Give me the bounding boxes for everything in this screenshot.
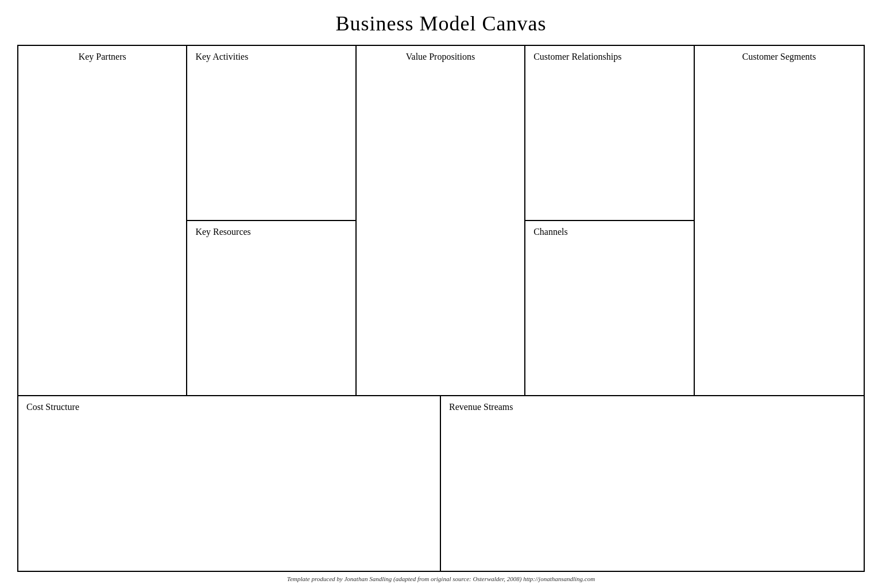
customer-segments-label: Customer Segments xyxy=(703,52,856,62)
key-activities-cell: Key Activities xyxy=(187,46,355,221)
key-resources-cell: Key Resources xyxy=(187,221,355,395)
revenue-streams-cell: Revenue Streams xyxy=(441,396,864,571)
key-activities-label: Key Activities xyxy=(195,52,248,61)
customer-relationships-label: Customer Relationships xyxy=(533,52,621,61)
relationships-channels-column: Customer Relationships Channels xyxy=(525,46,694,395)
footer-text: Template produced by Jonathan Sandling (… xyxy=(287,575,595,582)
key-resources-label: Key Resources xyxy=(195,227,250,237)
channels-label: Channels xyxy=(533,227,568,237)
top-section: Key Partners Key Activities Key Resource… xyxy=(18,46,864,396)
cost-structure-cell: Cost Structure xyxy=(18,396,441,571)
key-partners-cell: Key Partners xyxy=(18,46,187,395)
channels-cell: Channels xyxy=(525,221,693,395)
revenue-streams-label: Revenue Streams xyxy=(449,402,513,412)
activities-resources-column: Key Activities Key Resources xyxy=(187,46,356,395)
customer-relationships-cell: Customer Relationships xyxy=(525,46,693,221)
customer-segments-cell: Customer Segments xyxy=(695,46,864,395)
cost-structure-label: Cost Structure xyxy=(26,402,79,412)
bottom-section: Cost Structure Revenue Streams xyxy=(18,396,864,571)
value-propositions-cell: Value Propositions xyxy=(357,46,525,395)
value-propositions-label: Value Propositions xyxy=(365,52,516,62)
canvas-container: Key Partners Key Activities Key Resource… xyxy=(17,45,865,572)
page-title: Business Model Canvas xyxy=(336,11,547,36)
page-wrapper: Business Model Canvas Key Partners Key A… xyxy=(0,0,882,588)
key-partners-label: Key Partners xyxy=(26,52,178,62)
